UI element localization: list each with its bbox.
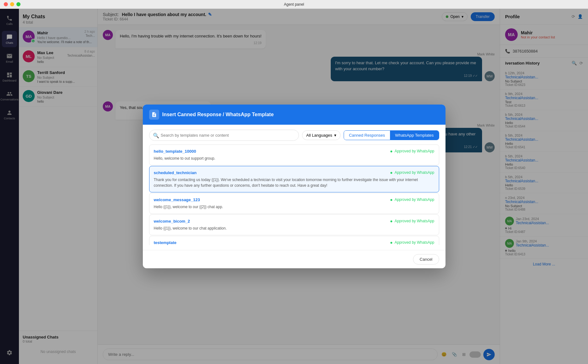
template-name: welcome_bicom_2 — [154, 219, 190, 224]
close-button[interactable] — [4, 2, 8, 6]
template-item-welcome123[interactable]: welcome_message_123 ● Approved by WhatsA… — [149, 193, 439, 214]
chevron-down-icon: ▾ — [334, 133, 336, 138]
tab-buttons: Canned Responses WhatsApp Templates — [344, 130, 439, 140]
template-approved: ● Approved by WhatsApp — [390, 197, 434, 202]
template-item-testemplate[interactable]: testemplate ● Approved by WhatsApp Hello… — [149, 236, 439, 245]
template-header: welcome_message_123 ● Approved by WhatsA… — [154, 197, 434, 202]
template-approved: ● Approved by WhatsApp — [390, 149, 434, 154]
approved-label: Approved by WhatsApp — [394, 219, 434, 223]
template-content: Thank you for contacting us today {{1}}.… — [154, 177, 434, 188]
modal-search-row: 🔍 All Languages ▾ Canned Responses Whats… — [149, 130, 439, 141]
maximize-button[interactable] — [16, 2, 20, 6]
modal-header-icon — [149, 110, 159, 120]
template-item-scheduled[interactable]: scheduled_technician ● Approved by Whats… — [149, 166, 439, 192]
whatsapp-icon: ● — [390, 170, 393, 175]
template-name: hello_template_10000 — [154, 149, 196, 154]
template-item-welcome-bicom[interactable]: welcome_bicom_2 ● Approved by WhatsApp H… — [149, 214, 439, 235]
templates-container: hello_template_10000 ● Approved by Whats… — [149, 145, 439, 245]
app-title: Agent panel — [284, 2, 304, 7]
whatsapp-icon: ● — [390, 219, 393, 224]
modal-body: 🔍 All Languages ▾ Canned Responses Whats… — [143, 125, 445, 250]
template-content: Hello, welcome to out support group. — [154, 156, 434, 161]
approved-label: Approved by WhatsApp — [394, 240, 434, 245]
tab-whatsapp-templates[interactable]: WhatsApp Templates — [390, 131, 439, 140]
template-content: Hello {{1}}, welcome to our chat applica… — [154, 225, 434, 231]
modal-header: Insert Canned Response / WhatsApp Templa… — [143, 105, 445, 125]
titlebar: Agent panel — [0, 0, 588, 9]
approved-label: Approved by WhatsApp — [394, 197, 434, 202]
approved-label: Approved by WhatsApp — [394, 170, 434, 175]
whatsapp-icon: ● — [390, 240, 393, 245]
modal-title: Insert Canned Response / WhatsApp Templa… — [162, 112, 274, 117]
template-content: Hello {{1}}, welcome to our {{2}} chat a… — [154, 204, 434, 210]
search-icon: 🔍 — [153, 132, 159, 138]
language-select[interactable]: All Languages ▾ — [302, 130, 340, 140]
titlebar-buttons — [4, 2, 20, 6]
template-header: welcome_bicom_2 ● Approved by WhatsApp — [154, 219, 434, 224]
approved-label: Approved by WhatsApp — [394, 149, 434, 153]
minimize-button[interactable] — [10, 2, 14, 6]
whatsapp-icon: ● — [390, 197, 393, 202]
template-modal: Insert Canned Response / WhatsApp Templa… — [143, 105, 445, 268]
template-approved: ● Approved by WhatsApp — [390, 240, 434, 245]
language-label: All Languages — [306, 133, 332, 138]
template-header: testemplate ● Approved by WhatsApp — [154, 240, 434, 245]
template-header: hello_template_10000 ● Approved by Whats… — [154, 149, 434, 154]
tab-canned-responses[interactable]: Canned Responses — [344, 131, 390, 140]
template-search-input[interactable] — [149, 130, 299, 141]
template-item-hello[interactable]: hello_template_10000 ● Approved by Whats… — [149, 145, 439, 165]
template-name: welcome_message_123 — [154, 197, 200, 202]
cancel-button[interactable]: Cancel — [413, 254, 439, 264]
template-approved: ● Approved by WhatsApp — [390, 219, 434, 224]
template-name: scheduled_technician — [154, 170, 197, 175]
template-approved: ● Approved by WhatsApp — [390, 170, 434, 175]
template-header: scheduled_technician ● Approved by Whats… — [154, 170, 434, 175]
modal-search-container: 🔍 — [149, 130, 299, 141]
modal-footer: Cancel — [143, 250, 445, 268]
whatsapp-icon: ● — [390, 149, 393, 154]
templates-list: hello_template_10000 ● Approved by Whats… — [149, 145, 439, 245]
template-name: testemplate — [154, 240, 177, 245]
modal-overlay: Insert Canned Response / WhatsApp Templa… — [0, 9, 588, 364]
